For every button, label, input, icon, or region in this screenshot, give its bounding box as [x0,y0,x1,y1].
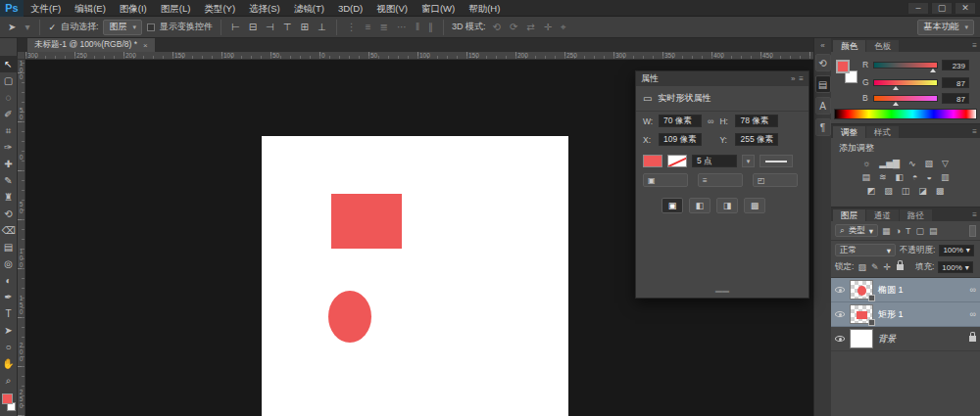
color-lookup-icon[interactable]: ▥ [941,172,950,182]
lasso-tool[interactable]: ◌ [0,89,18,106]
crop-tool[interactable]: ⌗ [0,122,18,139]
stroke-align-combo[interactable]: ▣ [643,173,688,187]
align-bottom-edges-icon[interactable]: ⊥ [316,22,328,32]
tab-layers[interactable]: 图层 [833,209,865,221]
minimize-button[interactable]: – [907,2,929,15]
horizontal-ruler[interactable]: 3002502001501005005010015020025030035040… [25,52,813,60]
dodge-tool[interactable]: ◐ [0,272,18,289]
brush-tool[interactable]: ✎ [0,172,18,189]
panel-menu-icon[interactable]: ≡ [972,210,977,219]
brightness-contrast-icon[interactable]: ☼ [862,159,870,168]
menu-select[interactable]: 选择(S) [242,0,287,17]
tab-channels[interactable]: 通道 [866,209,899,221]
history-panel-icon[interactable]: ⟲ [815,54,831,71]
foreground-color-swatch[interactable] [2,393,13,404]
selective-color-icon[interactable]: ◪ [918,186,927,196]
link-icon[interactable]: ∞ [970,309,976,319]
restore-button[interactable]: ▢ [931,2,953,15]
properties-titlebar[interactable]: 属性 » ≡ [636,71,808,86]
distribute-right-icon[interactable]: ∥ [426,22,435,32]
menu-file[interactable]: 文件(F) [24,0,68,17]
channel-mixer-icon[interactable]: ◒ [927,172,932,182]
threshold-icon[interactable]: ◫ [902,186,910,196]
stroke-corner-combo[interactable]: ◰ [753,173,798,187]
filter-type-layers-icon[interactable]: T [906,226,911,236]
panel-menu-icon[interactable]: ≡ [972,41,977,50]
lock-all-icon[interactable] [897,264,904,270]
spot-healing-tool[interactable]: ✚ [0,156,18,172]
lock-position-icon[interactable]: ✛ [883,262,891,272]
photo-filter-icon[interactable]: ◓ [912,172,917,182]
blue-slider[interactable] [873,95,938,102]
exposure-icon[interactable]: ▧ [925,159,934,168]
panel-menu-icon[interactable]: ≡ [972,127,977,136]
stroke-width-field[interactable]: 5 点 [692,155,737,167]
invert-icon[interactable]: ◩ [867,186,876,196]
y-field[interactable]: 255 像素 [735,133,778,146]
lock-image-icon[interactable]: ✎ [871,262,879,272]
distribute-top-icon[interactable]: ⋮ [345,22,359,32]
vibrance-icon[interactable]: ▽ [942,159,949,168]
workspace-switcher[interactable]: 基本功能 ▾ [917,20,974,35]
eyedropper-tool[interactable]: ✑ [0,139,18,156]
posterize-icon[interactable]: ▨ [884,186,893,196]
type-tool[interactable]: T [0,305,18,322]
properties-panel-icon[interactable]: ▤ [815,75,831,93]
green-slider[interactable] [873,79,938,86]
3d-scale-icon[interactable]: ⌖ [559,22,568,33]
vertical-ruler[interactable]: 10050050100150200250 [18,60,25,416]
link-icon[interactable]: ∞ [970,285,976,295]
history-brush-tool[interactable]: ⟲ [0,206,18,222]
visibility-eye-icon[interactable] [835,336,845,342]
expand-panels-icon[interactable]: « [815,40,831,50]
gradient-map-icon[interactable]: ▩ [936,186,945,196]
tab-adjustments[interactable]: 调整 [833,126,865,138]
pathop-exclude-button[interactable]: ▩ [744,198,765,213]
foreground-color-swatch[interactable] [836,60,850,73]
layer-thumbnail[interactable] [850,304,873,324]
panel-menu-icon[interactable]: ≡ [799,74,804,83]
tab-close-icon[interactable]: × [143,41,148,50]
red-value[interactable]: 239 [942,60,969,70]
menu-help[interactable]: 帮助(H) [462,0,507,17]
link-dimensions-icon[interactable]: ∞ [706,116,715,126]
black-white-icon[interactable]: ◧ [896,172,905,182]
lock-transparent-icon[interactable]: ▨ [858,262,866,272]
levels-icon[interactable]: ▂▅▇ [879,159,900,168]
zoom-tool[interactable]: ⌕ [0,372,18,389]
filter-smart-objects-icon[interactable]: ▤ [929,226,938,236]
green-value[interactable]: 87 [942,77,969,88]
visibility-eye-icon[interactable] [835,287,845,293]
layer-thumbnail[interactable] [850,329,873,348]
layer-row-background[interactable]: 背景 [831,327,980,351]
distribute-vertical-icon[interactable]: ≡ [364,22,373,32]
menu-edit[interactable]: 编辑(E) [68,0,113,17]
pathop-intersect-button[interactable]: ◨ [716,198,738,213]
blend-mode-dropdown[interactable]: 正常 ▾ [835,244,896,256]
slider-handle[interactable] [893,102,899,106]
tab-paths[interactable]: 路径 [900,209,932,221]
eraser-tool[interactable]: ⌫ [0,222,18,239]
layer-filter-toggle[interactable] [969,225,976,237]
move-tool-icon[interactable]: ➤ [6,22,18,32]
stroke-width-dropdown[interactable]: ▾ [742,155,755,167]
align-right-edges-icon[interactable]: ⊣ [264,22,276,32]
move-tool[interactable]: ↖ [0,56,18,72]
width-field[interactable]: 70 像素 [659,115,702,127]
pathop-new-button[interactable]: ▣ [662,198,683,213]
layer-thumbnail[interactable] [850,280,873,300]
tab-swatches[interactable]: 色板 [866,40,899,52]
menu-window[interactable]: 窗口(W) [415,0,462,17]
tab-styles[interactable]: 样式 [866,126,899,138]
3d-slide-icon[interactable]: ✛ [542,22,554,33]
close-button[interactable]: ✕ [955,2,976,15]
blur-tool[interactable]: ◎ [0,255,18,272]
color-spectrum-bar[interactable] [834,109,977,119]
3d-rotate-icon[interactable]: ⟲ [491,22,503,33]
collapse-panel-icon[interactable]: » [791,74,795,83]
stroke-type-dropdown[interactable] [760,155,793,167]
fill-field[interactable]: 100% ▾ [938,261,972,273]
slider-handle[interactable] [893,86,899,90]
x-field[interactable]: 109 像素 [659,133,702,146]
path-selection-tool[interactable]: ➤ [0,322,18,339]
